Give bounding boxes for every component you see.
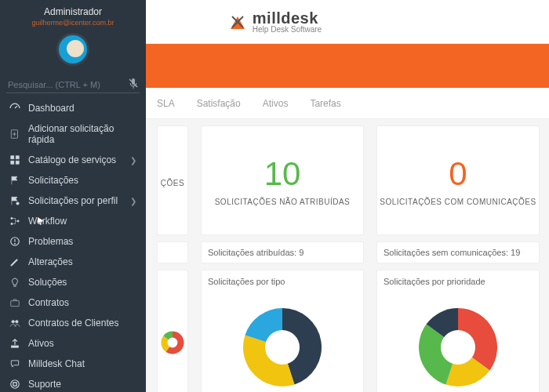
stat-value: 10 (264, 155, 301, 193)
sidebar-item-briefcase[interactable]: Contratos (0, 292, 146, 313)
svg-point-15 (11, 217, 13, 219)
stat-subline: Solicitações sem comunicações: 19 (376, 241, 540, 263)
sidebar-item-label: Problemas (28, 236, 73, 247)
sidebar-item-alert[interactable]: Problemas (0, 231, 146, 252)
chevron-right-icon: ❯ (130, 197, 136, 205)
stat-label: ÇÕES (161, 179, 184, 187)
sidebar-item-label: Alterações (28, 256, 73, 267)
gauge-icon (9, 103, 20, 114)
sidebar-item-label: Workflow (28, 216, 67, 227)
sidebar-item-upload[interactable]: Ativos (0, 333, 146, 354)
sidebar-item-pencil[interactable]: Alterações (0, 252, 146, 272)
svg-rect-10 (11, 156, 14, 159)
stat-subline (157, 241, 188, 263)
svg-point-16 (11, 223, 13, 224)
svg-point-23 (16, 321, 18, 324)
sidebar-item-label: Ativos (28, 338, 54, 349)
svg-point-20 (14, 243, 15, 244)
bulb-icon (9, 277, 20, 288)
user-email: guilherme@icenter.com.br (3, 19, 143, 27)
search-input[interactable] (6, 77, 140, 93)
chart-card (157, 270, 188, 392)
tab-ativos[interactable]: Ativos (263, 98, 289, 109)
sidebar-item-flag[interactable]: Solicitações (0, 170, 146, 191)
stat-label: SOLICITAÇÕES NÃO ATRIBUÍDAS (215, 198, 351, 206)
tab-satisfacao[interactable]: Satisfação (197, 98, 241, 109)
sidebar-item-label: Dashboard (28, 103, 75, 114)
svg-point-2 (441, 330, 475, 365)
svg-point-17 (17, 220, 19, 222)
pencil-icon (9, 256, 20, 267)
sidebar-item-life-ring[interactable]: Suporte (0, 374, 146, 392)
sidebar-item-flow[interactable]: Workflow (0, 211, 146, 231)
svg-line-6 (15, 106, 17, 108)
svg-point-26 (13, 383, 17, 387)
sidebar-item-gauge[interactable]: Dashboard (0, 98, 146, 118)
people-icon (9, 318, 20, 328)
sidebar-item-label: Solicitações por perfil (28, 195, 118, 206)
pie-chart-icon (158, 283, 187, 392)
chat-icon (9, 358, 20, 369)
chart-title (158, 270, 187, 283)
stat-subline: Solicitações atribuídas: 9 (201, 241, 364, 263)
life-ring-icon (9, 379, 20, 390)
sidebar-item-people[interactable]: Contratos de Clientes (0, 313, 146, 333)
tab-tarefas[interactable]: Tarefas (310, 98, 340, 109)
sidebar-item-label: Adicionar solicitação rápida (28, 123, 136, 145)
sidebar-item-label: Solicitações (28, 175, 78, 186)
flag-icon (9, 175, 20, 186)
sidebar-item-grid[interactable]: Catálogo de serviços❯ (0, 150, 146, 170)
sidebar-item-label: Contratos de Clientes (28, 318, 118, 328)
chart-card: Solicitações por tipo (201, 270, 364, 392)
avatar[interactable] (56, 33, 89, 66)
stat-card: ÇÕES (157, 125, 188, 235)
search-wrap (6, 77, 140, 93)
sidebar-item-label: Contratos (28, 297, 69, 308)
sidebar-header: Administrador guilherme@icenter.com.br (0, 0, 146, 74)
svg-point-0 (168, 338, 178, 348)
sidebar-item-label: Milldesk Chat (28, 358, 85, 369)
sidebar-nav: DashboardAdicionar solicitação rápidaCat… (0, 98, 146, 392)
alert-icon (9, 236, 20, 247)
briefcase-icon (9, 297, 20, 308)
flag-user-icon (9, 195, 20, 206)
chevron-right-icon: ❯ (130, 156, 136, 165)
svg-point-22 (12, 321, 14, 324)
microphone-icon[interactable] (127, 77, 140, 89)
plus-note-icon (9, 129, 20, 140)
svg-point-14 (16, 202, 20, 205)
svg-rect-11 (16, 156, 19, 159)
sidebar: Administrador guilherme@icenter.com.br D… (0, 0, 146, 392)
chart-title: Solicitações por tipo (202, 270, 363, 292)
sidebar-item-label: Suporte (28, 379, 61, 390)
svg-rect-21 (11, 301, 20, 307)
brand: milldesk Help Desk Software (227, 10, 322, 34)
sidebar-item-plus-note[interactable]: Adicionar solicitação rápida (0, 118, 146, 150)
brand-logo-icon (227, 12, 248, 32)
sidebar-item-flag-user[interactable]: Solicitações por perfil❯ (0, 191, 146, 211)
sidebar-item-label: Catálogo de serviços (28, 154, 116, 165)
chart-title: Solicitações por prioridade (377, 270, 539, 292)
stat-label: SOLICITAÇÕES COM COMUNICAÇÕES (380, 198, 536, 206)
sidebar-item-bulb[interactable]: Soluções (0, 272, 146, 292)
pie-chart-icon (377, 292, 539, 392)
upload-icon (9, 338, 20, 349)
brand-title: milldesk (253, 10, 322, 26)
chart-card: Solicitações por prioridade (376, 270, 540, 392)
brand-subtitle: Help Desk Software (253, 26, 322, 34)
user-role: Administrador (3, 6, 143, 17)
svg-rect-13 (16, 161, 19, 164)
svg-rect-12 (11, 161, 14, 164)
flow-icon (9, 216, 20, 227)
stat-card: 0 SOLICITAÇÕES COM COMUNICAÇÕES (376, 125, 540, 235)
sidebar-item-chat[interactable]: Milldesk Chat (0, 354, 146, 374)
svg-rect-24 (11, 346, 18, 347)
tab-sla[interactable]: SLA (157, 98, 175, 109)
grid-icon (9, 154, 20, 165)
stat-card: 10 SOLICITAÇÕES NÃO ATRIBUÍDAS (201, 125, 364, 235)
sidebar-item-label: Soluções (28, 277, 67, 288)
stat-value: 0 (449, 155, 467, 193)
svg-point-1 (265, 330, 300, 365)
pie-chart-icon (202, 292, 363, 392)
